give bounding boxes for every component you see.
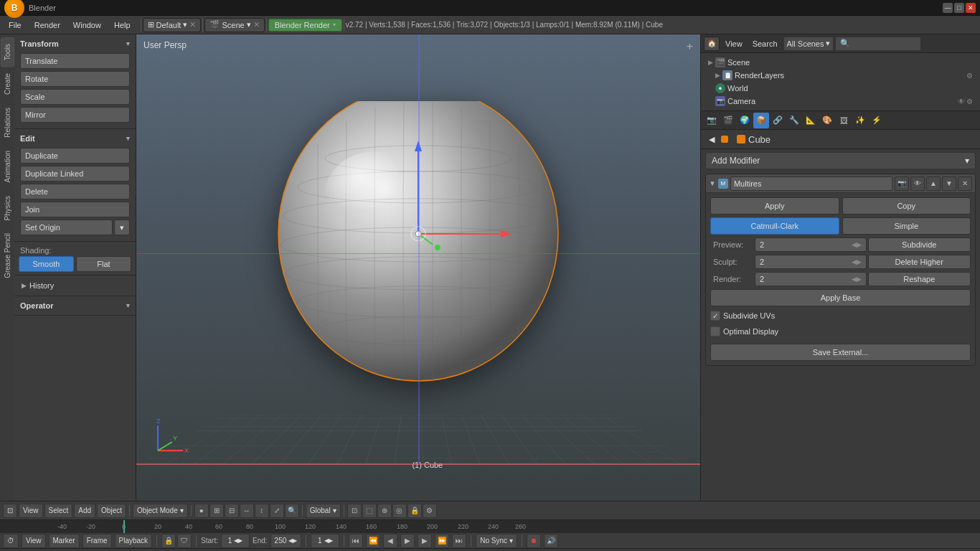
tools-tab[interactable]: Tools [1, 37, 14, 67]
render-layers-settings-icon[interactable]: ⚙ [966, 72, 973, 80]
data-prop-icon[interactable]: 📐 [803, 113, 819, 128]
start-frame-input[interactable]: 1 ◀▶ [221, 534, 250, 548]
optimal-display-checkbox[interactable] [710, 326, 720, 336]
translate-button[interactable]: Translate [20, 53, 130, 69]
workspace-selector[interactable]: ⊞ Default ▾ ✕ [143, 18, 202, 32]
texture-prop-icon[interactable]: 🖼 [836, 113, 852, 128]
prev-frame-button[interactable]: ⏪ [366, 534, 380, 548]
modifier-delete-btn[interactable]: ✕ [958, 176, 972, 191]
modifier-down-btn[interactable]: ▼ [942, 176, 956, 191]
modifier-render-btn[interactable]: 📷 [895, 176, 909, 191]
timeline-lock-icon[interactable]: 🔒 [161, 534, 176, 548]
object-prop-icon[interactable]: 📦 [753, 113, 769, 128]
viewport-icon-5[interactable]: ↕ [255, 504, 269, 518]
nav-back-icon[interactable]: ◀ [705, 133, 718, 146]
render-input[interactable]: 2 ◀▶ [755, 272, 867, 286]
scale-button[interactable]: Scale [20, 89, 130, 105]
timeline-shield-icon[interactable]: 🛡 [177, 534, 192, 548]
viewport-icon-11[interactable]: ◎ [392, 504, 407, 518]
viewport-shading-icon[interactable]: ● [194, 504, 209, 518]
viewport-icon-13[interactable]: ⚙ [423, 504, 437, 518]
timeline-icon-btn[interactable]: ⏱ [3, 534, 19, 548]
grease-pencil-tab[interactable]: Grease Pencil [1, 227, 14, 285]
camera-visibility-icon[interactable]: 👁 [958, 98, 965, 105]
object-mode-dropdown[interactable]: Object Mode ▾ [133, 504, 188, 518]
duplicate-button[interactable]: Duplicate [20, 148, 130, 164]
add-modifier-button[interactable]: Add Modifier ▾ [705, 152, 976, 169]
viewport-icon-6[interactable]: ⤢ [270, 504, 284, 518]
current-frame-input[interactable]: 1 ◀▶ [311, 534, 339, 548]
particles-prop-icon[interactable]: ✨ [852, 113, 868, 128]
create-tab[interactable]: Create [1, 67, 14, 101]
smooth-button[interactable]: Smooth [19, 256, 74, 272]
search-box-right[interactable]: 🔍 [835, 37, 921, 51]
global-dropdown[interactable]: Global ▾ [306, 504, 341, 518]
play-button[interactable]: ▶ [400, 534, 415, 548]
edit-header[interactable]: Edit ▾ [19, 132, 131, 145]
sync-dropdown[interactable]: No Sync ▾ [476, 534, 517, 548]
skip-to-start-button[interactable]: ⏮ [349, 534, 363, 548]
material-prop-icon[interactable]: 🎨 [819, 113, 835, 128]
world-row[interactable]: ● World [704, 82, 977, 95]
reshape-button[interactable]: Reshape [868, 272, 971, 286]
viewport-3d[interactable]: User Persp + [136, 34, 700, 501]
modifier-expand-arrow[interactable]: ▼ [709, 179, 716, 187]
delete-higher-button[interactable]: Delete Higher [868, 255, 971, 269]
camera-settings-icon[interactable]: ⚙ [966, 98, 973, 105]
camera-row[interactable]: 📷 Camera 👁 ⚙ [704, 95, 977, 108]
end-frame-input[interactable]: 250 ◀▶ [270, 534, 302, 548]
close-button[interactable]: ✕ [966, 3, 976, 13]
duplicate-linked-button[interactable]: Duplicate Linked [20, 166, 130, 182]
delete-button[interactable]: Delete [20, 184, 130, 199]
viewport-icon-12[interactable]: 🔒 [407, 504, 422, 518]
world-prop-icon[interactable]: 🌍 [737, 113, 753, 128]
timeline-playback-btn[interactable]: Playback [115, 534, 153, 548]
skip-to-end-button[interactable]: ⏭ [452, 534, 466, 548]
physics-tab[interactable]: Physics [1, 189, 14, 227]
audio-button[interactable]: 🔊 [544, 534, 558, 548]
join-button[interactable]: Join [20, 202, 130, 217]
modifier-up-btn[interactable]: ▲ [926, 176, 941, 191]
window-menu[interactable]: Window [67, 18, 107, 32]
select-btn[interactable]: Select [44, 504, 73, 518]
render-menu[interactable]: Render [29, 18, 66, 32]
viewport-add-button[interactable]: + [687, 40, 693, 53]
record-button[interactable]: ⏺ [527, 534, 541, 548]
viewport-icon-3[interactable]: ⊟ [225, 504, 239, 518]
add-btn[interactable]: Add [74, 504, 95, 518]
modifiers-prop-icon[interactable]: 🔧 [786, 113, 802, 128]
viewport-icon-9[interactable]: ⬚ [362, 504, 377, 518]
set-origin-dropdown[interactable]: ▾ [114, 220, 130, 235]
viewport-icon-8[interactable]: ⊡ [347, 504, 362, 518]
file-menu[interactable]: File [3, 18, 27, 32]
viewport-icon-btn[interactable]: ⊡ [3, 504, 17, 518]
all-scenes-selector[interactable]: All Scenes ▾ [783, 37, 834, 51]
history-header[interactable]: ▶ History [19, 278, 131, 293]
viewport-icon-4[interactable]: ↔ [240, 504, 254, 518]
viewport-icon-7[interactable]: 🔍 [285, 504, 299, 518]
view-btn[interactable]: View [19, 504, 43, 518]
save-external-button[interactable]: Save External... [710, 344, 971, 361]
apply-base-button[interactable]: Apply Base [710, 289, 971, 306]
view-button[interactable]: View [721, 38, 747, 50]
set-origin-button[interactable]: Set Origin [20, 220, 113, 235]
subdivide-uvs-checkbox[interactable] [710, 311, 720, 321]
flat-button[interactable]: Flat [76, 256, 131, 272]
object-btn[interactable]: Object [97, 504, 126, 518]
timeline-view-btn[interactable]: View [22, 534, 46, 548]
timeline-marker-btn[interactable]: Marker [49, 534, 80, 548]
next-frame-button[interactable]: ⏩ [435, 534, 449, 548]
relations-tab[interactable]: Relations [1, 101, 14, 144]
subdivide-button[interactable]: Subdivide [868, 237, 971, 252]
render-prop-icon[interactable]: 📷 [704, 113, 720, 128]
transform-header[interactable]: Transform ▾ [19, 37, 131, 50]
outliner-home-button[interactable]: 🏠 [704, 37, 720, 51]
preview-input[interactable]: 2 ◀▶ [755, 237, 867, 252]
scene-prop-icon[interactable]: 🎬 [720, 113, 736, 128]
animation-tab[interactable]: Animation [1, 144, 14, 189]
minimize-button[interactable]: — [943, 3, 953, 13]
modifier-name-input[interactable] [730, 176, 892, 191]
help-menu[interactable]: Help [108, 18, 136, 32]
timeline-frame-btn[interactable]: Frame [83, 534, 112, 548]
render-engine-button[interactable]: Blender Render ▾ [268, 19, 342, 32]
